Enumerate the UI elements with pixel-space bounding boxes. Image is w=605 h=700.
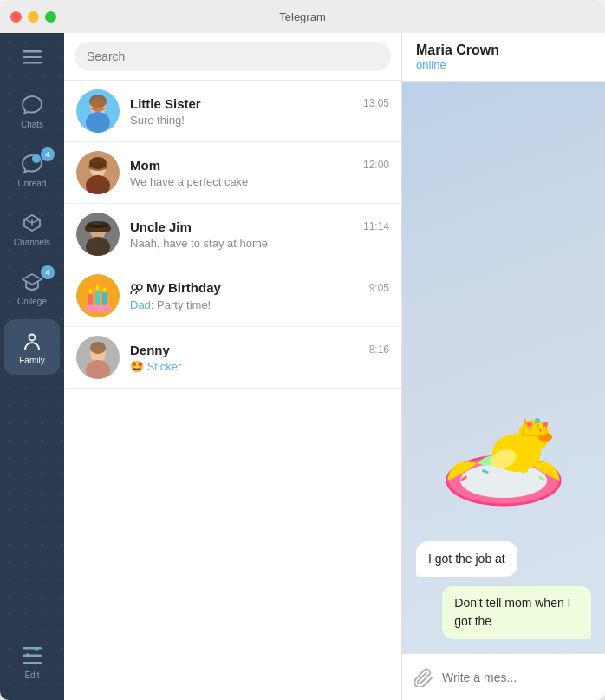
svg-rect-31 bbox=[85, 305, 111, 312]
svg-point-4 bbox=[29, 335, 36, 341]
svg-point-29 bbox=[96, 285, 100, 291]
chat-list: Little Sister 13:05 Sure thing! bbox=[64, 81, 401, 700]
svg-point-28 bbox=[89, 289, 93, 294]
svg-rect-6 bbox=[23, 655, 42, 657]
chat-header-denny: Denny 8:16 bbox=[130, 343, 389, 357]
svg-point-30 bbox=[103, 287, 107, 292]
chat-info-uncle-jim: Uncle Jim 11:14 Naah, have to stay at ho… bbox=[130, 219, 389, 250]
family-label: Family bbox=[19, 356, 44, 365]
svg-point-3 bbox=[32, 154, 41, 163]
svg-point-48 bbox=[535, 418, 540, 423]
search-input[interactable] bbox=[75, 42, 391, 71]
chat-info-my-birthday: My Birthday 9:05 Dad: Party time! bbox=[130, 280, 389, 311]
svg-point-37 bbox=[90, 342, 106, 354]
chat-info-mom: Mom 12:00 We have a perfect cake bbox=[130, 158, 389, 188]
sidebar-item-edit[interactable]: Edit bbox=[4, 634, 60, 690]
svg-point-32 bbox=[132, 285, 137, 290]
message-text-received: I got the job at bbox=[428, 552, 505, 566]
chat-item-denny[interactable]: Denny 8:16 🤩 Sticker bbox=[64, 327, 401, 389]
chat-info-denny: Denny 8:16 🤩 Sticker bbox=[130, 343, 389, 373]
chat-time-little-sister: 13:05 bbox=[363, 97, 389, 109]
sidebar-item-channels[interactable]: Channels bbox=[4, 201, 60, 257]
svg-point-12 bbox=[86, 112, 110, 133]
svg-point-49 bbox=[543, 422, 548, 427]
minimize-button[interactable] bbox=[28, 11, 39, 23]
chat-preview-denny: 🤩 Sticker bbox=[130, 360, 389, 373]
chat-time-denny: 8:16 bbox=[369, 343, 389, 356]
chat-info-little-sister: Little Sister 13:05 Sure thing! bbox=[130, 96, 389, 127]
chat-header-little-sister: Little Sister 13:05 bbox=[130, 96, 389, 111]
chat-view: Maria Crown online bbox=[402, 33, 605, 700]
svg-rect-0 bbox=[23, 50, 42, 53]
chat-time-uncle-jim: 11:14 bbox=[363, 220, 389, 232]
chat-header-bar: Maria Crown online bbox=[402, 33, 605, 82]
svg-rect-27 bbox=[102, 291, 107, 305]
svg-point-33 bbox=[137, 285, 142, 290]
app-window: Telegram Chats bbox=[0, 0, 605, 700]
chat-item-mom[interactable]: Mom 12:00 We have a perfect cake bbox=[64, 142, 401, 204]
svg-rect-2 bbox=[23, 62, 42, 64]
chat-item-my-birthday[interactable]: My Birthday 9:05 Dad: Party time! bbox=[64, 265, 401, 327]
chat-preview-uncle-jim: Naah, have to stay at home bbox=[130, 237, 389, 250]
chat-header-uncle-jim: Uncle Jim 11:14 bbox=[130, 219, 389, 234]
svg-point-13 bbox=[89, 95, 107, 108]
chat-time-mom: 12:00 bbox=[363, 159, 389, 171]
edit-label: Edit bbox=[24, 671, 39, 680]
svg-point-8 bbox=[35, 647, 39, 651]
menu-icon-button[interactable] bbox=[15, 40, 49, 75]
message-text-sent: Don't tell mom when I got the bbox=[454, 596, 570, 628]
sidebar-item-college[interactable]: 4 College bbox=[4, 260, 60, 316]
chat-sender-my-birthday: Dad bbox=[130, 298, 151, 311]
sidebar-item-chats[interactable]: Chats bbox=[4, 83, 60, 139]
chat-preview-mom: We have a perfect cake bbox=[130, 175, 389, 188]
contact-name: Maria Crown bbox=[416, 43, 499, 58]
title-bar: Telegram bbox=[0, 0, 605, 33]
chat-preview-my-birthday: Dad: Party time! bbox=[130, 298, 389, 311]
svg-rect-25 bbox=[88, 293, 93, 305]
avatar-denny bbox=[76, 336, 120, 379]
app-body: Chats 4 Unread bbox=[0, 33, 605, 700]
chat-list-panel: Little Sister 13:05 Sure thing! bbox=[64, 33, 402, 700]
college-label: College bbox=[17, 297, 47, 306]
avatar-mom bbox=[76, 151, 120, 194]
message-input[interactable] bbox=[442, 671, 594, 684]
telegram-sticker bbox=[434, 376, 573, 515]
traffic-lights bbox=[10, 11, 56, 23]
chat-name-denny: Denny bbox=[130, 343, 170, 357]
app-title: Telegram bbox=[279, 10, 325, 23]
attach-icon[interactable] bbox=[414, 668, 433, 687]
svg-rect-5 bbox=[23, 647, 42, 650]
close-button[interactable] bbox=[10, 11, 22, 23]
family-icon bbox=[20, 329, 44, 353]
sidebar-item-unread[interactable]: 4 Unread bbox=[4, 142, 60, 198]
channels-label: Channels bbox=[14, 238, 50, 247]
chat-time-my-birthday: 9:05 bbox=[369, 282, 389, 294]
chats-icon bbox=[20, 93, 44, 117]
chat-input-bar bbox=[402, 653, 605, 700]
svg-rect-1 bbox=[23, 56, 42, 59]
chat-name-mom: Mom bbox=[130, 158, 160, 173]
svg-point-18 bbox=[88, 162, 107, 171]
message-received: I got the job at bbox=[416, 541, 517, 577]
chat-item-uncle-jim[interactable]: Uncle Jim 11:14 Naah, have to stay at ho… bbox=[64, 204, 401, 265]
chat-item-little-sister[interactable]: Little Sister 13:05 Sure thing! bbox=[64, 81, 401, 142]
contact-info: Maria Crown online bbox=[416, 43, 499, 71]
chat-messages: I got the job at Don't tell mom when I g… bbox=[402, 82, 605, 653]
chat-header-mom: Mom 12:00 bbox=[130, 158, 389, 173]
maximize-button[interactable] bbox=[45, 11, 56, 23]
chat-name-my-birthday: My Birthday bbox=[130, 280, 221, 296]
edit-icon bbox=[20, 644, 44, 668]
svg-rect-7 bbox=[23, 662, 42, 664]
sticker-area bbox=[416, 368, 591, 533]
unread-badge: 4 bbox=[41, 147, 55, 161]
chat-name-uncle-jim: Uncle Jim bbox=[130, 219, 192, 234]
sidebar-item-family[interactable]: Family bbox=[4, 319, 60, 375]
chats-label: Chats bbox=[21, 120, 43, 129]
search-bar bbox=[64, 33, 401, 81]
unread-label: Unread bbox=[18, 179, 47, 188]
avatar-little-sister bbox=[76, 89, 120, 133]
contact-status: online bbox=[416, 58, 499, 71]
sidebar: Chats 4 Unread bbox=[0, 33, 64, 700]
chat-name-little-sister: Little Sister bbox=[130, 96, 201, 111]
chat-preview-little-sister: Sure thing! bbox=[130, 114, 389, 127]
